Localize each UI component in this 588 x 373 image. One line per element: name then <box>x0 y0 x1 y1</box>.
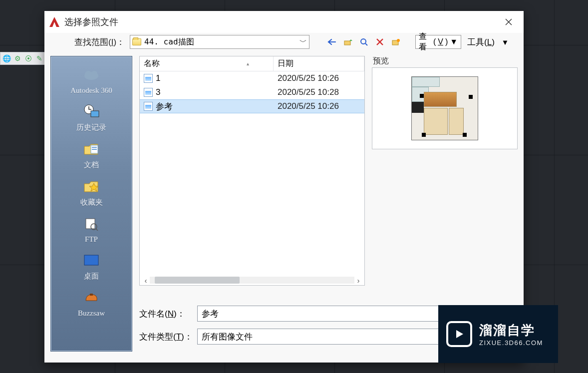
preview-label: 预览 <box>372 56 518 66</box>
bg-icon-1[interactable]: 🌐 <box>1 53 11 63</box>
bg-icon-2[interactable]: ⚙ <box>12 53 22 63</box>
chevron-down-icon: ▼ <box>450 37 458 46</box>
folder-icon <box>132 38 141 45</box>
search-web-button[interactable] <box>357 35 370 48</box>
preview-box <box>372 67 518 149</box>
svg-rect-12 <box>92 149 97 150</box>
image-file-icon <box>144 74 153 83</box>
svg-rect-11 <box>92 147 97 148</box>
file-list-header: 名称▴ 日期 <box>140 56 364 71</box>
app-icon <box>47 15 61 29</box>
preview-thumbnail <box>411 76 478 140</box>
background-toolbar: 🌐 ⚙ ⦿ ✎ <box>0 52 50 65</box>
svg-rect-17 <box>90 294 93 296</box>
play-icon <box>446 321 472 347</box>
svg-rect-1 <box>344 41 350 45</box>
svg-point-2 <box>361 39 366 44</box>
toolbar: 查找范围(I)： 44. cad描图 ﹀ 查看(V) ▼ 工具(L) ▼ <box>44 33 524 51</box>
file-date: 2020/5/25 10:26 <box>274 101 364 111</box>
place-ftp[interactable]: FTP <box>53 213 130 246</box>
bg-icon-4[interactable]: ✎ <box>34 53 44 63</box>
dialog-title: 选择参照文件 <box>64 16 497 28</box>
folder-star-icon <box>81 178 101 195</box>
history-icon <box>81 103 101 120</box>
file-row[interactable]: 32020/5/25 10:28 <box>140 85 364 99</box>
buzzsaw-icon <box>81 289 101 306</box>
svg-point-7 <box>91 71 97 76</box>
file-name: 3 <box>156 87 160 97</box>
places-bar: Autodesk 360 历史记录 文档 收藏夹 FTP 桌面 <box>50 56 132 352</box>
tools-label: 工具(L) <box>467 36 495 48</box>
horizontal-scrollbar[interactable]: ‹ › <box>140 275 364 285</box>
scroll-thumb[interactable] <box>155 277 240 284</box>
place-autodesk360[interactable]: Autodesk 360 <box>53 64 130 97</box>
cloud-icon <box>81 66 101 83</box>
file-name: 1 <box>156 73 160 83</box>
watermark-line1: 溜溜自学 <box>479 322 543 339</box>
file-date: 2020/5/25 10:26 <box>274 73 364 83</box>
place-history[interactable]: 历史记录 <box>53 101 130 134</box>
watermark-line2: ZIXUE.3D66.COM <box>479 339 543 347</box>
filetype-value: 所有图像文件 <box>202 331 253 343</box>
new-folder-button[interactable] <box>389 35 402 48</box>
ftp-icon <box>81 215 101 232</box>
svg-marker-18 <box>456 330 463 338</box>
view-combo[interactable]: 查看(V) ▼ <box>415 35 461 49</box>
delete-button[interactable] <box>373 35 386 48</box>
image-file-icon <box>144 88 153 97</box>
svg-rect-9 <box>91 111 99 117</box>
filetype-label: 文件类型(T)： <box>139 331 197 343</box>
place-desktop[interactable]: 桌面 <box>53 250 130 283</box>
col-header-date[interactable]: 日期 <box>274 56 364 71</box>
lookin-combo[interactable]: 44. cad描图 ﹀ <box>130 35 309 49</box>
desktop-icon <box>81 252 101 269</box>
chevron-down-icon: ﹀ <box>299 37 307 47</box>
col-header-name[interactable]: 名称▴ <box>140 56 274 71</box>
sort-asc-icon: ▴ <box>247 61 249 66</box>
image-file-icon <box>144 102 153 111</box>
scroll-right-icon[interactable]: › <box>354 276 362 285</box>
lookin-label: 查找范围(I)： <box>74 36 125 48</box>
svg-marker-0 <box>49 17 59 27</box>
place-documents[interactable]: 文档 <box>53 138 130 172</box>
up-button[interactable] <box>341 35 354 48</box>
watermark: 溜溜自学 ZIXUE.3D66.COM <box>438 305 558 363</box>
file-name: 参考 <box>156 101 173 112</box>
file-row[interactable]: 12020/5/25 10:26 <box>140 71 364 85</box>
svg-point-4 <box>397 39 400 42</box>
back-button[interactable] <box>325 35 338 48</box>
bg-icon-3[interactable]: ⦿ <box>23 53 33 63</box>
file-date: 2020/5/25 10:28 <box>274 87 364 97</box>
file-list: 名称▴ 日期 12020/5/25 10:2632020/5/25 10:28参… <box>139 56 365 286</box>
place-buzzsaw[interactable]: Buzzsaw <box>53 287 130 320</box>
svg-point-6 <box>85 71 92 77</box>
lookin-value: 44. cad描图 <box>144 37 296 47</box>
folder-docs-icon <box>81 140 101 157</box>
close-button[interactable] <box>497 11 521 33</box>
file-row[interactable]: 参考2020/5/25 10:26 <box>140 99 364 113</box>
tools-menu-button[interactable]: ▼ <box>501 38 510 46</box>
place-favorites[interactable]: 收藏夹 <box>53 176 130 209</box>
filename-value: 参考 <box>202 308 219 320</box>
titlebar: 选择参照文件 <box>44 11 524 33</box>
svg-rect-16 <box>84 255 98 265</box>
filename-label: 文件名(N)： <box>139 308 197 320</box>
scroll-left-icon[interactable]: ‹ <box>142 276 150 285</box>
